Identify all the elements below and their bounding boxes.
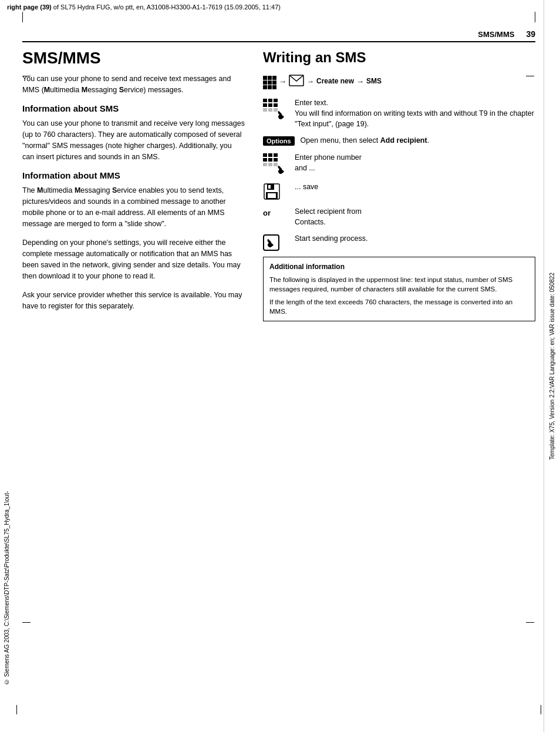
- options-button: Options: [263, 136, 295, 146]
- writing-heading: Writing an SMS: [263, 49, 535, 66]
- bottom-bar: [16, 705, 541, 714]
- step3-text: Enter phone numberand ...: [295, 152, 535, 173]
- left-sidebar-text: © Siemens AG 2003, C:\Siemens\DTP-Satz\P…: [4, 491, 10, 685]
- page-section-title: SMS/MMS: [478, 30, 514, 39]
- step2-text: Open menu, then select Add recipient.: [301, 135, 535, 146]
- two-column-layout: SMS/MMS You can use your phone to send a…: [22, 42, 535, 321]
- right-dash-top: —: [526, 70, 534, 80]
- section2-para2: Depending on your phone's settings, you …: [22, 237, 245, 281]
- page-header: SMS/MMS 39: [22, 25, 535, 42]
- step4-row: ... save: [263, 182, 535, 200]
- intro-paragraph: You can use your phone to send and recei…: [22, 73, 245, 96]
- step5-text: Select recipient fromContacts.: [295, 206, 535, 227]
- step2-icon: Options: [263, 135, 295, 146]
- bottom-tick-right: [541, 705, 541, 714]
- step3-icon: [263, 152, 289, 176]
- nav-row: → → Create new → SMS: [263, 73, 535, 89]
- add-recipient-link: Add recipient: [380, 136, 427, 145]
- top-tick-right: [535, 12, 535, 22]
- left-sidebar: © Siemens AG 2003, C:\Siemens\DTP-Satz\P…: [0, 0, 13, 732]
- top-bar: right page (39) of SL75 Hydra FUG, w/o p…: [0, 0, 560, 12]
- step6-icon: [263, 233, 289, 251]
- sms-label: SMS: [366, 77, 382, 85]
- top-bar-bold: right page (39): [7, 4, 52, 11]
- or-label: or: [263, 207, 271, 217]
- step3-row: Enter phone numberand ...: [263, 152, 535, 176]
- section1-heading: Information about SMS: [22, 103, 245, 113]
- step4-text: ... save: [295, 182, 535, 192]
- arrow-icon-3: →: [356, 77, 364, 86]
- section1-text: You can use your phone to transmit and r…: [22, 118, 245, 162]
- step1-row: Enter text. You will find information on…: [263, 98, 535, 129]
- svg-rect-5: [268, 193, 276, 198]
- step6-row: Start sending process.: [263, 233, 535, 251]
- section2-para3: Ask your service provider whether this s…: [22, 290, 245, 312]
- arrow-icon-1: →: [279, 77, 286, 86]
- right-sidebar: Template: X75, Version 2.2:VAR Language:…: [544, 0, 560, 732]
- page-number: 39: [526, 29, 535, 39]
- info-box-text1: The following is displayed in the upperm…: [269, 275, 529, 294]
- top-bar-text: right page (39) of SL75 Hydra FUG, w/o p…: [7, 4, 281, 11]
- left-dash-top: —: [22, 70, 31, 80]
- call-send-icon: [263, 234, 279, 251]
- step2-row: Options Open menu, then select Add recip…: [263, 135, 535, 146]
- info-box: Additional information The following is …: [263, 257, 535, 321]
- svg-rect-3: [268, 185, 271, 189]
- main-heading: SMS/MMS: [22, 49, 245, 68]
- section2-para1: The Multimedia Messaging Service enables…: [22, 185, 245, 229]
- step6-text: Start sending process.: [295, 233, 535, 244]
- right-dash-bottom: —: [526, 617, 534, 626]
- left-column: SMS/MMS You can use your phone to send a…: [22, 49, 245, 321]
- top-bar-rest: of SL75 Hydra FUG, w/o ptt, en, A31008-H…: [53, 4, 281, 11]
- info-box-heading: Additional information: [269, 262, 529, 272]
- right-column: Writing an SMS →: [263, 49, 535, 321]
- left-dash-bottom: —: [22, 617, 31, 626]
- bottom-tick-left: [16, 705, 17, 714]
- grid-icon: [263, 73, 276, 89]
- step5-icon: or: [263, 206, 289, 217]
- step4-icon: [263, 182, 289, 200]
- top-tick-left: [22, 12, 23, 22]
- right-sidebar-text: Template: X75, Version 2.2:VAR Language:…: [549, 273, 555, 460]
- step1-icon: [263, 98, 289, 121]
- section2-heading: Information about MMS: [22, 170, 245, 180]
- envelope-icon: [289, 75, 304, 88]
- info-box-text2: If the length of the text exceeds 760 ch…: [269, 297, 529, 316]
- step5-row: or Select recipient fromContacts.: [263, 206, 535, 227]
- create-new-label: Create new: [316, 77, 354, 85]
- arrow-icon-2: →: [306, 77, 314, 86]
- step1-text: Enter text. You will find information on…: [295, 98, 535, 129]
- main-content: SMS/MMS 39 SMS/MMS You can use your phon…: [16, 25, 541, 321]
